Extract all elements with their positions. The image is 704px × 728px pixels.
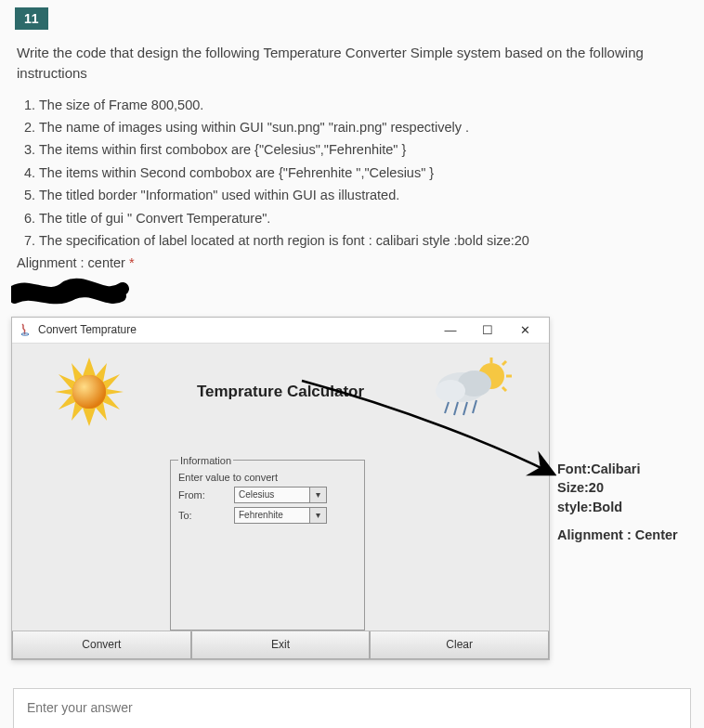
svg-line-14 bbox=[463, 402, 467, 415]
button-row: Convert Exit Clear bbox=[12, 630, 549, 659]
alignment-note: Alignment : center * bbox=[0, 255, 704, 270]
svg-line-15 bbox=[473, 400, 476, 413]
svg-line-12 bbox=[445, 402, 449, 413]
from-combobox-value: Celesius bbox=[235, 489, 309, 500]
instruction-item: The title of gui " Convert Temperature". bbox=[39, 208, 687, 228]
temperature-calculator-label: Temprature Calculator bbox=[197, 383, 364, 401]
svg-point-3 bbox=[72, 375, 106, 409]
answer-input[interactable]: Enter your answer bbox=[13, 688, 691, 728]
question-prompt: Write the code that design the following… bbox=[0, 30, 704, 89]
font-annotation: Font:Calibari Size:20 style:Bold Alignme… bbox=[557, 460, 678, 544]
to-label: To: bbox=[178, 510, 234, 521]
to-combobox-value: Fehrenhite bbox=[235, 510, 309, 520]
to-combobox[interactable]: Fehrenhite ▾ bbox=[234, 507, 327, 524]
rain-cloud-sun-icon bbox=[425, 356, 518, 428]
instruction-item: The titled border "Information" used wit… bbox=[39, 185, 687, 205]
window-titlebar: Convert Temprature — ☐ ✕ bbox=[12, 318, 549, 344]
question-number-badge: 11 bbox=[15, 7, 48, 30]
svg-line-13 bbox=[454, 402, 458, 415]
instructions-list: The size of Frame 800,500. The name of i… bbox=[0, 89, 704, 255]
svg-line-7 bbox=[502, 361, 506, 365]
chevron-down-icon: ▾ bbox=[309, 508, 326, 523]
svg-line-8 bbox=[502, 387, 506, 391]
from-combobox[interactable]: Celesius ▾ bbox=[234, 487, 327, 503]
instruction-item: The specification of label located at no… bbox=[39, 230, 687, 251]
instruction-item: The name of images using within GUI "sun… bbox=[39, 117, 687, 137]
java-app-icon bbox=[18, 322, 33, 337]
close-button[interactable]: ✕ bbox=[506, 317, 543, 343]
maximize-button[interactable]: ☐ bbox=[469, 317, 506, 343]
sun-icon bbox=[43, 356, 136, 428]
svg-point-11 bbox=[436, 380, 465, 402]
gui-window: Convert Temprature — ☐ ✕ bbox=[11, 317, 550, 660]
instruction-item: The size of Frame 800,500. bbox=[39, 95, 687, 115]
instruction-item: The items within first combobox are {"Ce… bbox=[39, 139, 687, 160]
convert-button[interactable]: Convert bbox=[12, 631, 191, 659]
enter-value-label: Enter value to convert bbox=[178, 472, 357, 483]
minimize-button[interactable]: — bbox=[432, 317, 469, 343]
exit-button[interactable]: Exit bbox=[191, 631, 371, 659]
fieldset-legend: Information bbox=[178, 455, 233, 466]
chevron-down-icon: ▾ bbox=[309, 488, 326, 502]
redaction-scribble bbox=[11, 276, 704, 307]
from-label: From: bbox=[178, 489, 234, 500]
window-title: Convert Temprature bbox=[38, 323, 137, 336]
instruction-item: The items within Second combobox are {"F… bbox=[39, 162, 687, 183]
clear-button[interactable]: Clear bbox=[370, 631, 549, 659]
information-fieldset: Information Enter value to convert From:… bbox=[170, 455, 365, 630]
